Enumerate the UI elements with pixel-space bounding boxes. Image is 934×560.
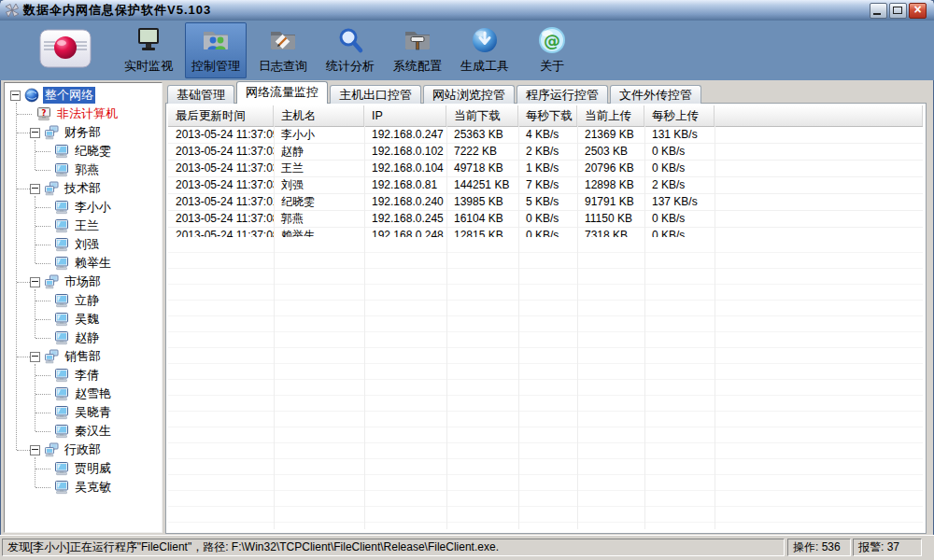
toolbar-button-label: 生成工具	[460, 58, 509, 75]
toolbar-button-about[interactable]: @关于	[521, 22, 583, 78]
toolbar-button-label: 实时监视	[124, 58, 173, 75]
close-button[interactable]	[909, 3, 927, 19]
tree-node-行政部[interactable]: 行政部	[5, 441, 163, 459]
column-separator	[715, 126, 715, 529]
maximize-button[interactable]	[889, 3, 907, 19]
tree-node-秦汉生[interactable]: 秦汉生	[5, 422, 163, 441]
tab-网站浏览控管[interactable]: 网站浏览控管	[423, 85, 515, 104]
folder-pencil-icon	[268, 22, 298, 58]
tree-node-李小小[interactable]: 李小小	[5, 198, 163, 217]
computer-icon	[54, 293, 69, 308]
computer-icon	[54, 256, 69, 271]
table-row[interactable]: 2013-05-24 11:37:01纪晓雯192.168.0.24013985…	[168, 194, 923, 211]
tree-node-纪晓雯[interactable]: 纪晓雯	[5, 142, 163, 161]
tree-node-label: 销售部	[63, 348, 103, 365]
tree-node-贾明威[interactable]: 贾明威	[5, 459, 163, 478]
column-header-主机名[interactable]: 主机名	[274, 105, 364, 126]
table-cell: 12898 KB	[577, 177, 644, 193]
table-cell: 2 KB/s	[518, 144, 577, 160]
tree-node-赖举生[interactable]: 赖举生	[5, 254, 163, 273]
toolbar-button-statistics-analysis[interactable]: 统计分析	[319, 22, 381, 78]
tree-node-技术部[interactable]: 技术部	[5, 179, 163, 198]
table-cell: 2013-05-24 11:37:03	[168, 144, 274, 160]
tree-node-非法计算机[interactable]: ?非法计算机	[5, 105, 163, 123]
computer-icon	[54, 218, 69, 233]
status-operations: 操作: 536	[787, 539, 851, 556]
collapse-expander-icon[interactable]	[30, 184, 40, 194]
minimize-button[interactable]	[870, 3, 887, 19]
toolbar-buttons: 实时监视控制管理日志查询统计分析系统配置生成工具@关于	[118, 22, 583, 78]
tree-node-刘强[interactable]: 刘强	[5, 235, 163, 254]
traffic-table: 最后更新时间主机名IP当前下载每秒下载当前上传每秒上传2013-05-24 11…	[168, 105, 923, 529]
tree-node-赵静[interactable]: 赵静	[5, 329, 163, 347]
table-cell: 王兰	[274, 161, 364, 176]
tab-基础管理[interactable]: 基础管理	[167, 85, 234, 104]
toolbar-button-control-management[interactable]: 控制管理	[185, 22, 247, 78]
tree-node-郭燕[interactable]: 郭燕	[5, 161, 163, 179]
table-cell: 137 KB/s	[644, 194, 715, 210]
table-row[interactable]: 2013-05-24 11:37:03刘强192.168.0.81144251 …	[168, 177, 923, 194]
tree-node-吴克敏[interactable]: 吴克敏	[5, 478, 163, 497]
svg-text:@: @	[544, 31, 560, 50]
table-cell	[715, 144, 923, 160]
collapse-expander-icon[interactable]	[30, 277, 40, 287]
table-cell	[715, 211, 923, 227]
tree-node-财务部[interactable]: 财务部	[5, 123, 163, 142]
globe-at-icon: @	[537, 22, 567, 58]
tab-程序运行控管[interactable]: 程序运行控管	[517, 85, 608, 104]
tree-node-吴晓青[interactable]: 吴晓青	[5, 403, 163, 422]
column-header-每秒上传[interactable]: 每秒上传	[644, 105, 715, 126]
table-cell: 25363 KB	[446, 127, 518, 143]
collapse-expander-icon[interactable]	[30, 445, 40, 455]
table-row[interactable]: 2013-05-24 11:37:03赵静192.168.0.1027222 K…	[168, 144, 923, 161]
table-cell	[715, 161, 923, 176]
app-logo-icon	[39, 29, 92, 68]
tree-node-市场部[interactable]: 市场部	[5, 273, 163, 291]
column-header-最后更新时间[interactable]: 最后更新时间	[168, 105, 274, 126]
table-cell: 192.168.0.240	[364, 194, 446, 210]
status-alarms: 报警: 37	[853, 539, 922, 556]
tree-node-王兰[interactable]: 王兰	[5, 217, 163, 235]
column-header-每秒下载[interactable]: 每秒下载	[518, 105, 577, 126]
tree-node-吴魏[interactable]: 吴魏	[5, 310, 163, 329]
app-icon	[5, 3, 20, 18]
collapse-expander-icon[interactable]	[30, 128, 40, 138]
toolbar-button-system-config[interactable]: 系统配置	[387, 22, 448, 78]
table-cell: 91791 KB	[577, 194, 644, 210]
tab-文件外传控管[interactable]: 文件外传控管	[610, 85, 701, 104]
tree-node-label: 郭燕	[73, 161, 101, 178]
table-cell: 5 KB/s	[518, 194, 577, 210]
tree-node-label: 赖举生	[73, 255, 113, 272]
tab-主机出口控管[interactable]: 主机出口控管	[330, 85, 421, 104]
tree-node-label: 财务部	[63, 124, 103, 141]
table-row[interactable]: 2013-05-24 11:37:09李小小192.168.0.24725363…	[168, 127, 923, 144]
computer-icon	[54, 368, 69, 383]
toolbar-button-realtime-monitor[interactable]: 实时监视	[118, 22, 179, 78]
toolbar-button-generate-tools[interactable]: 生成工具	[454, 22, 516, 78]
table-cell: 4 KB/s	[518, 127, 577, 143]
table-cell: 纪晓雯	[274, 194, 364, 210]
tree-node-整个网络[interactable]: 整个网络	[5, 86, 163, 105]
tree-node-label: 李倩	[73, 367, 101, 384]
tree-node-李倩[interactable]: 李倩	[5, 366, 163, 385]
tree-node-赵雪艳[interactable]: 赵雪艳	[5, 385, 163, 403]
column-header-当前下载[interactable]: 当前下载	[446, 105, 518, 126]
table-cell	[715, 127, 923, 143]
table-row[interactable]: 2013-05-24 11:37:08郭燕192.168.0.24516104 …	[168, 211, 923, 228]
table-cell: 郭燕	[274, 211, 364, 227]
toolbar-button-label: 统计分析	[326, 58, 375, 75]
tree-node-label: 赵雪艳	[73, 385, 113, 402]
collapse-expander-icon[interactable]	[30, 352, 40, 362]
toolbar-button-log-query[interactable]: 日志查询	[252, 22, 314, 78]
table-cell: 2013-05-24 11:37:03	[168, 161, 274, 176]
column-header-当前上传[interactable]: 当前上传	[577, 105, 644, 126]
toolbar-button-label: 日志查询	[259, 58, 307, 75]
column-header-IP[interactable]: IP	[364, 105, 446, 126]
column-header-blank	[715, 105, 923, 126]
tab-网络流量监控[interactable]: 网络流量监控	[236, 81, 328, 104]
collapse-expander-icon[interactable]	[10, 91, 21, 101]
tree-node-销售部[interactable]: 销售部	[5, 347, 163, 366]
tree-node-立静[interactable]: 立静	[5, 291, 163, 310]
column-separator	[518, 126, 519, 529]
table-row[interactable]: 2013-05-24 11:37:03王兰192.168.0.10449718 …	[168, 161, 923, 177]
